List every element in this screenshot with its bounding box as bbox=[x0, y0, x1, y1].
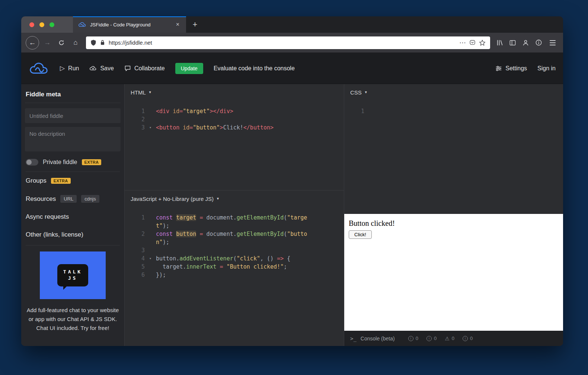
url-text[interactable]: https://jsfiddle.net bbox=[109, 39, 456, 46]
collaborate-button[interactable]: Collaborate bbox=[124, 65, 165, 72]
settings-label: Settings bbox=[505, 65, 527, 72]
code-line[interactable]: 6}); bbox=[125, 271, 344, 279]
html-panel-header[interactable]: HTML ▼ bbox=[125, 84, 344, 100]
zoom-window-button[interactable] bbox=[49, 22, 54, 27]
update-button[interactable]: Update bbox=[175, 63, 203, 74]
save-button[interactable]: Save bbox=[89, 65, 114, 72]
code-line[interactable]: 1const target = document.getElementById(… bbox=[125, 214, 344, 222]
main-content: Fiddle meta Private fiddle EXTRA Groups … bbox=[21, 84, 563, 346]
tab-close-icon[interactable]: × bbox=[175, 21, 181, 28]
line-number: 1 bbox=[125, 214, 145, 222]
account-icon[interactable] bbox=[522, 39, 529, 46]
run-label: Run bbox=[68, 65, 79, 72]
browser-tab-bar: JSFiddle - Code Playground × + bbox=[21, 16, 563, 33]
new-tab-button[interactable]: + bbox=[189, 19, 201, 30]
sidebar-toggle-icon[interactable] bbox=[509, 39, 516, 46]
play-icon: ▷ bbox=[60, 64, 65, 72]
code-line[interactable]: 3 bbox=[125, 246, 344, 254]
console-warning-count[interactable]: ⚠0 bbox=[445, 336, 454, 341]
console-message-count[interactable]: 0 bbox=[463, 336, 473, 341]
code-line[interactable]: 4▾button.addEventListener("click", () =>… bbox=[125, 254, 344, 263]
window-controls bbox=[21, 16, 73, 33]
close-window-button[interactable] bbox=[29, 22, 34, 27]
home-button[interactable]: ⌂ bbox=[70, 37, 82, 49]
back-button[interactable]: ← bbox=[26, 36, 39, 49]
groups-label: Groups bbox=[26, 177, 47, 185]
forward-button[interactable]: → bbox=[41, 37, 53, 49]
fold-gutter bbox=[145, 238, 156, 246]
console-bar[interactable]: >_ Console (beta) 00⚠00 bbox=[344, 331, 563, 346]
console-message-count[interactable]: 0 bbox=[408, 336, 418, 341]
line-number: 1 bbox=[344, 107, 364, 115]
library-icon[interactable] bbox=[496, 39, 503, 46]
bookmark-star-icon[interactable] bbox=[479, 39, 486, 46]
sidebar-item-async-requests[interactable]: Async requests bbox=[25, 208, 121, 226]
resources-label: Resources bbox=[26, 195, 56, 203]
code-text bbox=[376, 107, 563, 115]
status-message: Evaluate code into the console bbox=[214, 65, 295, 72]
fold-arrow-icon[interactable]: ▾ bbox=[145, 254, 156, 263]
code-line[interactable]: n"); bbox=[125, 238, 344, 246]
console-message-count[interactable]: 0 bbox=[426, 336, 437, 341]
javascript-code-editor[interactable]: 1const target = document.getElementById(… bbox=[125, 207, 344, 279]
tab-favicon-cloud-icon bbox=[78, 22, 86, 28]
fold-gutter bbox=[145, 214, 156, 222]
minimize-window-button[interactable] bbox=[39, 22, 44, 27]
code-line[interactable]: 5 target.innerText = "Button clicked!"; bbox=[125, 263, 344, 271]
talkjs-ad[interactable]: TALK JS Add full-featured chat to your w… bbox=[25, 251, 121, 333]
lock-icon[interactable] bbox=[100, 39, 105, 46]
sidebar-item-other[interactable]: Other (links, license) bbox=[25, 226, 121, 244]
badge-count: 0 bbox=[416, 336, 418, 341]
sign-in-button[interactable]: Sign in bbox=[537, 65, 556, 72]
console-prompt-icon: >_ bbox=[350, 336, 357, 342]
sidebar-divider bbox=[26, 245, 120, 246]
extra-badge: EXTRA bbox=[82, 159, 102, 165]
chat-bubble-icon bbox=[124, 65, 131, 72]
chevron-down-icon: ▼ bbox=[364, 90, 368, 94]
code-line[interactable]: 2const button = document.getElementById(… bbox=[125, 230, 344, 238]
reload-button[interactable] bbox=[55, 37, 67, 49]
code-line[interactable]: t"); bbox=[125, 222, 344, 230]
browser-tab-jsfiddle[interactable]: JSFiddle - Code Playground × bbox=[73, 16, 186, 33]
jsfiddle-logo[interactable] bbox=[29, 61, 49, 76]
page-actions-icon[interactable]: ⋯ bbox=[459, 39, 466, 46]
private-fiddle-row: Private fiddle EXTRA bbox=[26, 157, 120, 172]
url-bar[interactable]: https://jsfiddle.net ⋯ bbox=[86, 36, 490, 49]
code-line[interactable]: 1 bbox=[344, 107, 563, 115]
fiddle-description-input[interactable] bbox=[25, 127, 121, 151]
fiddle-title-input[interactable] bbox=[25, 108, 121, 123]
html-code-editor[interactable]: 1<div id="target"></div>23▾<button id="b… bbox=[125, 100, 344, 132]
pocket-icon[interactable] bbox=[469, 39, 476, 46]
sidebar-item-resources[interactable]: Resources URL cdnjs bbox=[25, 190, 121, 208]
settings-button[interactable]: Settings bbox=[495, 65, 527, 72]
line-number: 5 bbox=[125, 263, 145, 271]
sign-in-label: Sign in bbox=[537, 65, 556, 72]
run-button[interactable]: ▷ Run bbox=[60, 64, 79, 72]
resource-chip-url[interactable]: URL bbox=[60, 195, 77, 203]
line-number: 4 bbox=[125, 254, 145, 263]
talkjs-ad-text[interactable]: Add full-featured chat to your website o… bbox=[25, 306, 121, 333]
result-click-button[interactable]: Click! bbox=[349, 230, 372, 239]
javascript-panel-header[interactable]: JavaScript + No-Library (pure JS) ▼ bbox=[125, 190, 344, 207]
fold-arrow-icon[interactable]: ▾ bbox=[145, 124, 156, 132]
private-fiddle-toggle[interactable] bbox=[26, 159, 38, 166]
code-text: button.addEventListener("click", () => { bbox=[156, 254, 344, 263]
chevron-down-icon: ▼ bbox=[148, 90, 152, 94]
resource-chip-cdnjs[interactable]: cdnjs bbox=[81, 195, 99, 203]
nav-toolbar-right bbox=[496, 39, 559, 47]
info-circle-icon[interactable] bbox=[535, 39, 542, 46]
tracking-protection-shield-icon[interactable] bbox=[90, 39, 96, 46]
talkjs-ad-banner[interactable]: TALK JS bbox=[40, 251, 106, 299]
code-line[interactable]: 2 bbox=[125, 115, 344, 124]
sidebar-item-groups[interactable]: Groups EXTRA bbox=[25, 172, 121, 190]
menu-icon[interactable] bbox=[548, 39, 557, 47]
async-requests-label: Async requests bbox=[26, 213, 69, 221]
css-code-editor[interactable]: 1 bbox=[344, 100, 563, 115]
line-number: 1 bbox=[125, 107, 145, 115]
css-panel-header[interactable]: CSS ▼ bbox=[344, 84, 563, 100]
line-number: 3 bbox=[125, 124, 145, 132]
code-text bbox=[156, 115, 344, 124]
line-number bbox=[125, 238, 145, 246]
code-line[interactable]: 3▾<button id="button">Click!</button> bbox=[125, 124, 344, 132]
code-line[interactable]: 1<div id="target"></div> bbox=[125, 107, 344, 115]
